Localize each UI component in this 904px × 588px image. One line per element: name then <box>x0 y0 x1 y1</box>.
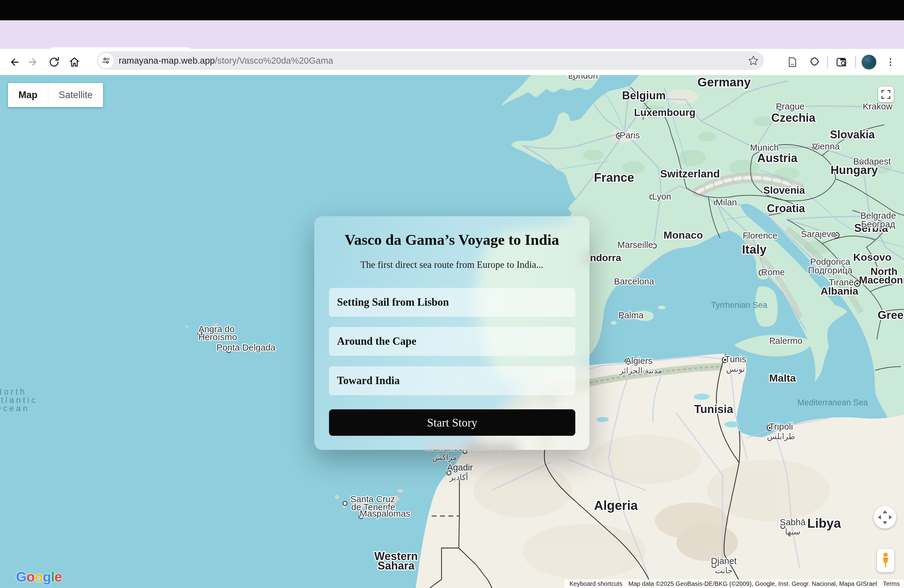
reading-list-icon[interactable] <box>784 54 800 70</box>
city-label: Heroísmo <box>198 332 237 342</box>
city-label: Florence <box>743 231 778 240</box>
city-label: Подгорица <box>808 266 853 275</box>
story-subtitle: The first direct sea route from Europe t… <box>314 259 589 270</box>
chapter-label: Toward India <box>337 375 400 387</box>
city-label: سبها <box>785 527 800 537</box>
country-label: Monaco <box>664 229 703 241</box>
reload-icon[interactable] <box>46 54 62 70</box>
window-titlebar <box>0 0 904 20</box>
city-label: تونس <box>726 364 745 374</box>
pan-control[interactable] <box>874 506 896 529</box>
city-label: Lyon <box>652 191 671 201</box>
city-label: Djanet <box>711 556 737 566</box>
sea-label: Ocean <box>0 404 30 413</box>
toolbar-separator <box>855 56 856 68</box>
chapter-item-3[interactable]: Toward India <box>329 366 575 395</box>
city-label: Rome <box>761 267 785 277</box>
city-label: Ponta Delgada <box>217 343 276 352</box>
sea-label: Atlantic <box>0 395 38 405</box>
url-path: /story/Vasco%20da%20Gama <box>215 56 333 65</box>
country-label: Kosovo <box>853 251 892 263</box>
url-bar[interactable]: ramayana-map.web.app/story/Vasco%20da%20… <box>97 51 764 70</box>
country-label: Slovenia <box>763 185 805 196</box>
bookmark-star-icon[interactable] <box>746 53 761 68</box>
city-label: Sarajevo <box>801 229 836 239</box>
city-label: Munich <box>750 143 779 153</box>
profile-avatar[interactable] <box>861 55 876 70</box>
tab-search-icon[interactable] <box>834 54 850 70</box>
city-label: Agadir <box>447 463 473 473</box>
city-label: Milan <box>716 198 737 207</box>
city-label: Palma <box>618 310 644 320</box>
city-dot-core <box>857 283 858 285</box>
city-label: مراكش <box>432 453 457 462</box>
url-text: ramayana-map.web.app/story/Vasco%20da%20… <box>119 56 746 66</box>
city-label: Krakow <box>863 101 893 111</box>
google-logo-letter: G <box>16 569 27 585</box>
keyboard-shortcuts-link[interactable]: Keyboard shortcuts <box>569 580 622 587</box>
story-card: Vasco da Gama’s Voyage to India The firs… <box>314 216 589 450</box>
start-story-button[interactable]: Start Story <box>329 409 575 436</box>
fullscreen-button[interactable] <box>878 87 893 102</box>
url-domain: ramayana-map.web.app <box>119 56 215 65</box>
country-label: Italy <box>742 243 767 256</box>
extensions-icon[interactable] <box>806 54 822 70</box>
google-logo-letter: o <box>35 569 43 585</box>
city-label: Budapest <box>853 156 891 166</box>
map-type-satellite-button[interactable]: Satellite <box>48 83 103 107</box>
city-label: Sabhā <box>780 517 806 527</box>
back-icon[interactable] <box>6 54 22 70</box>
country-label: Libya <box>807 516 841 531</box>
country-label: Greece <box>877 309 904 321</box>
country-label: Sahara <box>378 560 415 572</box>
city-label: Београд <box>861 219 895 229</box>
country-label: Germany <box>697 75 751 89</box>
city-label: مدينة الجزائر <box>619 366 662 376</box>
city-label: Vienna <box>812 141 840 151</box>
site-settings-icon[interactable] <box>98 53 114 68</box>
city-label: Palermo <box>769 336 803 346</box>
country-label: Czechia <box>771 111 815 124</box>
city-label: Tunis <box>725 354 746 364</box>
google-logo-letter: o <box>27 569 35 585</box>
tab-strip: Legends Atlas <box>0 20 904 49</box>
story-title: Vasco da Gama’s Voyage to India <box>314 231 589 248</box>
country-label: Slovakia <box>830 128 875 141</box>
city-dot <box>343 501 347 506</box>
map-data-text: Map data ©2025 GeoBasis-DE/BKG (©2009), … <box>622 580 883 587</box>
map-canvas[interactable]: GermanyBelgiumLuxembourgCzechiaSlovakiaA… <box>0 75 904 588</box>
sea-label: North <box>0 387 27 397</box>
city-label: Prague <box>776 101 805 111</box>
home-icon[interactable] <box>66 54 82 70</box>
city-label: طرابلس <box>767 432 795 441</box>
menu-kebab-icon[interactable] <box>882 54 898 70</box>
city-label: جانت <box>715 566 733 575</box>
city-label: Barcelona <box>614 277 654 286</box>
forward-icon[interactable] <box>26 54 42 70</box>
chapter-label: Around the Cape <box>337 335 416 348</box>
country-label: Croatia <box>767 202 805 215</box>
toolbar-separator <box>827 56 828 68</box>
chapter-item-2[interactable]: Around the Cape <box>329 327 575 356</box>
map-type-control: Map Satellite <box>8 83 103 107</box>
country-label: Belgium <box>622 89 666 102</box>
pegman-control[interactable] <box>877 549 894 572</box>
google-logo-letter: l <box>51 569 55 585</box>
google-logo-letter: g <box>43 569 51 585</box>
city-label: Tripoli <box>769 422 793 432</box>
country-label: France <box>594 171 634 184</box>
browser-toolbar: ramayana-map.web.app/story/Vasco%20da%20… <box>0 49 904 75</box>
map-type-map-button[interactable]: Map <box>8 83 48 107</box>
google-logo[interactable]: Google <box>16 569 62 585</box>
chapter-item-1[interactable]: Setting Sail from Lisbon <box>329 288 575 317</box>
country-label: Luxembourg <box>634 107 695 118</box>
map-attribution: Keyboard shortcuts Map data ©2025 GeoBas… <box>564 579 904 588</box>
country-label: Malta <box>769 372 797 384</box>
google-logo-letter: e <box>54 569 62 585</box>
chapter-label: Setting Sail from Lisbon <box>337 296 449 308</box>
city-label: Paris <box>620 130 640 140</box>
terms-link[interactable]: Terms <box>883 580 900 587</box>
city-label: Maspalomas <box>360 509 410 518</box>
country-label: Algeria <box>594 498 638 513</box>
city-label: أكادير <box>449 472 468 482</box>
